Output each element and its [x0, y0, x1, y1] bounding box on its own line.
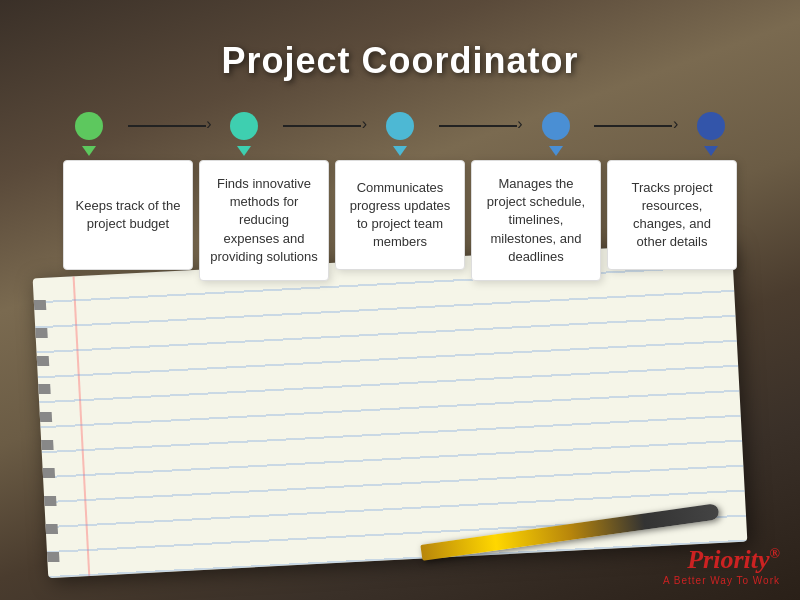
- card-2: Finds innovative methods for reducing ex…: [199, 160, 329, 281]
- arrow-down-2: [237, 146, 251, 156]
- connector-1: [128, 125, 206, 127]
- connector-4: [594, 125, 672, 127]
- dots-row: [20, 112, 780, 156]
- arrow-down-5: [704, 146, 718, 156]
- dot-2: [230, 112, 258, 140]
- dot-group-3: [361, 112, 439, 156]
- card-5: Tracks project resources, changes, and o…: [607, 160, 737, 270]
- arrow-down-1: [82, 146, 96, 156]
- dot-1: [75, 112, 103, 140]
- arrow-down-4: [549, 146, 563, 156]
- arrow-down-3: [393, 146, 407, 156]
- page-title: Project Coordinator: [221, 40, 578, 82]
- dot-3: [386, 112, 414, 140]
- dot-4: [542, 112, 570, 140]
- card-3: Communicates progress updates to project…: [335, 160, 465, 270]
- dot-group-2: [206, 112, 284, 156]
- card-1: Keeps track of the project budget: [63, 160, 193, 270]
- dot-5: [697, 112, 725, 140]
- cards-row: Keeps track of the project budgetFinds i…: [20, 160, 780, 281]
- dot-group-4: [517, 112, 595, 156]
- dot-group-1: [50, 112, 128, 156]
- main-content: Project Coordinator Keeps track of the p…: [0, 0, 800, 600]
- dot-group-5: [672, 112, 750, 156]
- card-4: Manages the project schedule, timelines,…: [471, 160, 601, 281]
- diagram: Keeps track of the project budgetFinds i…: [20, 112, 780, 281]
- connector-2: [283, 125, 361, 127]
- connector-3: [439, 125, 517, 127]
